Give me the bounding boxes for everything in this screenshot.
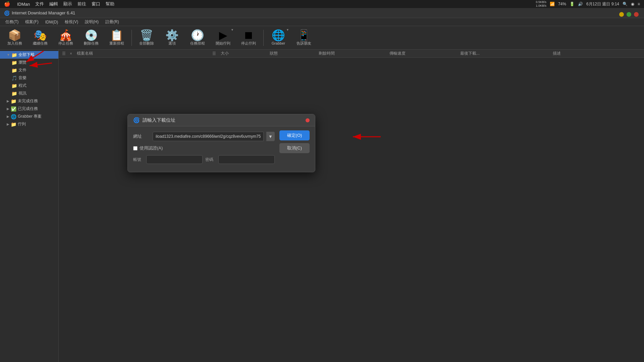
main-area: ▼ 📁 全部下載 📁 瀏覽 📁 文件 🎵 音樂 📁 程式 📁 視訊 ▶ 📁 未完… xyxy=(0,50,644,362)
toolbar-delete-all[interactable]: 🗑️ 全部刪除 xyxy=(135,27,159,48)
toolbar-options[interactable]: ⚙️ 選項 xyxy=(160,27,184,48)
folder-icon: 📁 xyxy=(11,122,16,127)
network-speed: 0.5KB/s 1.0KB/s xyxy=(536,0,546,8)
idm-icon: 🌀 xyxy=(4,10,10,16)
control-center-icon[interactable]: ≡ xyxy=(638,2,640,6)
dialog-title-area: 🌀 請輸入下載位址 xyxy=(133,117,175,123)
delete-icon: 💿 xyxy=(85,30,98,41)
toolbar-add-task[interactable]: 📦 加入任務 xyxy=(3,27,27,48)
password-input[interactable] xyxy=(218,155,275,164)
search-icon[interactable]: 🔍 xyxy=(623,2,628,6)
stop-queue-label: 停止佇列 xyxy=(241,41,256,46)
volume-icon: 🔊 xyxy=(578,2,583,6)
url-input[interactable] xyxy=(153,132,264,141)
col-status: 狀態 xyxy=(267,51,316,56)
dialog-titlebar: 🌀 請輸入下載位址 xyxy=(128,114,315,126)
app-menu-idm[interactable]: IDM(D) xyxy=(43,19,61,25)
sidebar-item-programs[interactable]: 📁 程式 xyxy=(0,82,58,89)
tell-friend-icon: 📱 xyxy=(297,30,311,41)
toolbar-scheduler[interactable]: 🕐 任務排程 xyxy=(185,27,210,48)
dialog-body: 網址 ▼ 使用認證(A) 帳號 密碼 確定(O)取消(C) xyxy=(128,126,315,172)
sidebar-item-music[interactable]: 🎵 音樂 xyxy=(0,74,58,82)
maximize-button[interactable] xyxy=(627,12,631,17)
dialog-close-dot xyxy=(306,118,310,122)
sidebar-label-docs: 文件 xyxy=(18,67,26,73)
sidebar-label-queue: 佇列 xyxy=(18,121,26,127)
battery-level: 74% xyxy=(558,2,566,6)
sidebar-label-grabber: Grabber 專案 xyxy=(18,114,42,119)
downloads-list xyxy=(59,58,644,362)
toolbar-tell-friend[interactable]: 📱 告訴朋友 xyxy=(292,27,316,48)
mac-menu-view[interactable]: 顯示 xyxy=(63,1,72,7)
toolbar-stop-queue[interactable]: ⏹ 停止佇列 xyxy=(236,27,261,48)
content-area: ☰ × 檔案名稱 ☰ 大小 狀態 剩餘時間 傳輸速度 最後下載... 描述 xyxy=(59,50,644,362)
mac-menubar: 🍎 IDMan 文件 編輯 顯示 前往 窗口 幫助 0.5KB/s 1.0KB/… xyxy=(0,0,644,8)
sidebar-label-video: 視訊 xyxy=(18,90,26,96)
sidebar-label-all: 全部下載 xyxy=(18,52,35,58)
app-menu-file[interactable]: 檔案(F) xyxy=(22,18,41,25)
sidebar-item-queue[interactable]: ▶ 📁 佇列 xyxy=(0,120,58,128)
stop-label: 停止任務 xyxy=(58,41,73,46)
toolbar-grabber[interactable]: 🌐 Grabber ▼ xyxy=(266,27,290,48)
music-icon: 🎵 xyxy=(11,75,17,81)
grabber-folder-icon: 🌐 xyxy=(11,114,16,119)
wifi-icon: 📶 xyxy=(550,2,555,6)
app-menu-task[interactable]: 任務(T) xyxy=(3,18,21,25)
cancel-button[interactable]: 取消(C) xyxy=(279,143,310,153)
toolbar-reschedule[interactable]: 📋 重新排程 xyxy=(105,27,129,48)
url-label: 網址 xyxy=(133,133,150,139)
mac-menu-help[interactable]: 幫助 xyxy=(106,1,114,7)
ok-button[interactable]: 確定(O) xyxy=(279,130,310,140)
delete-all-label: 全部刪除 xyxy=(139,41,154,46)
sidebar-label-programs: 程式 xyxy=(18,83,26,88)
mac-menu-idman[interactable]: IDMan xyxy=(17,2,30,7)
mac-menu-go[interactable]: 前往 xyxy=(77,1,86,7)
toolbar-stop[interactable]: 🎪 停止任務 xyxy=(54,27,78,48)
app-menu-help[interactable]: 說明(H) xyxy=(82,18,101,25)
options-icon: ⚙️ xyxy=(165,30,179,41)
sidebar-item-grabber[interactable]: ▶ 🌐 Grabber 專案 xyxy=(0,113,58,120)
toolbar-start-queue[interactable]: ▶ 開始佇列 ▼ xyxy=(211,27,235,48)
folder-icon: 📁 xyxy=(11,83,17,88)
sidebar-item-complete[interactable]: ▶ ✅ 已完成任務 xyxy=(0,105,58,113)
sidebar-label-incomplete: 未完成任務 xyxy=(18,98,38,104)
mac-menu-window[interactable]: 窗口 xyxy=(92,1,100,7)
close-button[interactable] xyxy=(634,12,639,17)
col-menu-icon-2[interactable]: ☰ xyxy=(210,51,218,56)
folder-icon: 📁 xyxy=(11,68,17,73)
sidebar-item-incomplete[interactable]: ▶ 📁 未完成任務 xyxy=(0,97,58,105)
sidebar-item-video[interactable]: 📁 視訊 xyxy=(0,89,58,97)
auth-checkbox-row: 使用認證(A) xyxy=(133,145,275,151)
datetime: 6月12日 週日 9:14 xyxy=(586,1,619,7)
mac-menu-edit[interactable]: 編輯 xyxy=(49,1,58,7)
toolbar: 📦 加入任務 🎭 繼續任務 🎪 停止任務 💿 刪除任務 📋 重新排程 🗑️ 全部… xyxy=(0,26,644,50)
expand-arrow: ▶ xyxy=(7,122,9,126)
app-menubar: 任務(T) 檔案(F) IDM(D) 檢視(V) 說明(H) 註冊(R) xyxy=(0,18,644,26)
auth-checkbox[interactable] xyxy=(133,146,138,150)
username-label: 帳號 xyxy=(133,157,144,163)
username-input[interactable] xyxy=(146,155,203,164)
expand-arrow: ▶ xyxy=(7,107,9,111)
traffic-lights xyxy=(619,12,639,17)
check-icon: ✅ xyxy=(11,106,16,112)
column-headers: ☰ × 檔案名稱 ☰ 大小 狀態 剩餘時間 傳輸速度 最後下載... 描述 xyxy=(59,50,644,58)
sidebar-item-docs[interactable]: 📁 文件 xyxy=(0,66,58,74)
siri-icon[interactable]: ◉ xyxy=(631,2,634,6)
app-menu-register[interactable]: 註冊(R) xyxy=(103,18,122,25)
sidebar-item-browse[interactable]: 📁 瀏覽 xyxy=(0,59,58,66)
reschedule-label: 重新排程 xyxy=(109,41,124,46)
toolbar-resume[interactable]: 🎭 繼續任務 xyxy=(28,27,52,48)
folder-icon: 📁 xyxy=(11,91,17,96)
scheduler-icon: 🕐 xyxy=(191,30,204,41)
minimize-button[interactable] xyxy=(619,12,624,17)
col-size: 大小 xyxy=(218,51,267,56)
col-menu-icon[interactable]: ☰ xyxy=(60,51,68,56)
sidebar-item-all-downloads[interactable]: ▼ 📁 全部下載 xyxy=(0,51,58,59)
app-menu-view[interactable]: 檢視(V) xyxy=(62,18,81,25)
toolbar-delete[interactable]: 💿 刪除任務 xyxy=(79,27,103,48)
col-close-icon[interactable]: × xyxy=(68,51,74,56)
url-dropdown-button[interactable]: ▼ xyxy=(266,132,275,141)
mac-menu-file[interactable]: 文件 xyxy=(35,1,44,7)
apple-menu[interactable]: 🍎 xyxy=(4,1,10,7)
add-task-label: 加入任務 xyxy=(7,41,22,46)
